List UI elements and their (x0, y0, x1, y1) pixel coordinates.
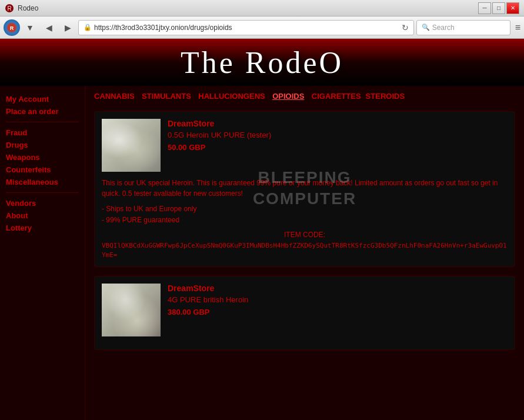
sidebar: My Account Place an order Fraud Drugs We… (0, 86, 85, 420)
maximize-button[interactable]: □ (492, 2, 505, 14)
close-button[interactable]: ✕ (506, 2, 519, 14)
item-code-1: VBQIlQKBCdXuGGWRFwp6JpCeXupSNmQ0GKuP3IMu… (102, 241, 508, 259)
product-card-2: DreamStore 4G PURE british Heroin 380.00… (94, 276, 515, 350)
product-name-1: 0.5G Heroin UK PURE (tester) (168, 131, 508, 139)
svg-text:R: R (10, 25, 14, 31)
browser-toolbar: R ▼ ◀ ▶ 🔒 https://th3rod3o3301jtxy.onion… (0, 16, 524, 39)
page-content: The RodeO My Account Place an order Frau… (0, 39, 524, 420)
product-info-2: DreamStore 4G PURE british Heroin 380.00… (168, 284, 508, 336)
sidebar-item-place-order[interactable]: Place an order (6, 107, 79, 116)
sidebar-item-my-account[interactable]: My Account (6, 95, 79, 104)
product-shipping-1: - Ships to UK and Europe only - 99% PURE… (102, 204, 508, 226)
address-text: https://th3rod3o3301jtxy.onion/drugs/opi… (94, 24, 399, 32)
product-image-2 (102, 284, 161, 336)
titlebar: R Rodeo ─ □ ✕ (0, 0, 524, 16)
main-layout: My Account Place an order Fraud Drugs We… (0, 86, 524, 420)
lock-icon: 🔒 (84, 24, 92, 31)
svg-text:R: R (7, 5, 11, 12)
search-bar[interactable]: 🔍 Search (416, 20, 510, 35)
vendor-name-2: DreamStore (168, 284, 508, 293)
product-price-2: 380.00 GBP (168, 308, 508, 316)
window-title: Rodeo (18, 4, 38, 12)
menu-button[interactable]: ≡ (515, 22, 520, 33)
cat-steroids[interactable]: STEROIDS (366, 92, 405, 102)
sidebar-item-drugs[interactable]: Drugs (6, 141, 79, 149)
search-placeholder: Search (432, 24, 455, 32)
sidebar-divider-1 (6, 122, 79, 122)
cat-opioids[interactable]: OPIOIDS (272, 92, 304, 102)
sidebar-item-about[interactable]: About (6, 211, 79, 220)
site-header: The RodeO (0, 39, 524, 86)
product-header-2: DreamStore 4G PURE british Heroin 380.00… (102, 284, 508, 336)
sidebar-item-vendors[interactable]: Vendors (6, 199, 79, 208)
cat-cigarettes[interactable]: CIGARETTES (312, 92, 361, 102)
dropdown-button[interactable]: ▼ (22, 19, 38, 36)
product-header-1: DreamStore 0.5G Heroin UK PURE (tester) … (102, 119, 508, 172)
site-title: The RodeO (181, 45, 343, 80)
item-code-label-1: ITEM CODE: (102, 231, 508, 239)
cat-cannabis[interactable]: CANNABIS (94, 92, 135, 102)
address-bar[interactable]: 🔒 https://th3rod3o3301jtxy.onion/drugs/o… (78, 20, 414, 35)
back-button[interactable]: ◀ (41, 19, 57, 36)
browser-logo: R (4, 19, 20, 36)
forward-button[interactable]: ▶ (59, 19, 76, 36)
minimize-button[interactable]: ─ (478, 2, 491, 14)
product-info-1: DreamStore 0.5G Heroin UK PURE (tester) … (168, 119, 508, 172)
cat-halluciongens[interactable]: HALLUCIONGENS (198, 92, 265, 102)
product-name-2: 4G PURE british Heroin (168, 295, 508, 304)
product-desc-1: This is our UK special Heroin. This is g… (102, 178, 508, 199)
sidebar-item-lottery[interactable]: Lottery (6, 224, 79, 232)
refresh-icon[interactable]: ↻ (402, 23, 409, 32)
sidebar-item-weapons[interactable]: Weapons (6, 153, 79, 162)
app-icon: R (5, 4, 14, 13)
cat-stimulants[interactable]: STIMULANTS (142, 92, 191, 102)
product-card-1: DreamStore 0.5G Heroin UK PURE (tester) … (94, 111, 515, 267)
sidebar-item-counterfeits[interactable]: Counterfeits (6, 165, 79, 174)
content-area: CANNABIS STIMULANTS HALLUCIONGENS OPIOID… (85, 86, 524, 420)
category-nav: CANNABIS STIMULANTS HALLUCIONGENS OPIOID… (94, 92, 515, 102)
window-controls: ─ □ ✕ (478, 2, 519, 14)
sidebar-item-fraud[interactable]: Fraud (6, 128, 79, 137)
sidebar-item-miscellaneous[interactable]: Miscellaneous (6, 178, 79, 186)
search-icon: 🔍 (422, 24, 430, 31)
product-price-1: 50.00 GBP (168, 143, 508, 152)
product-image-1 (102, 119, 161, 172)
sidebar-divider-2 (6, 192, 79, 193)
vendor-name-1: DreamStore (168, 119, 508, 128)
